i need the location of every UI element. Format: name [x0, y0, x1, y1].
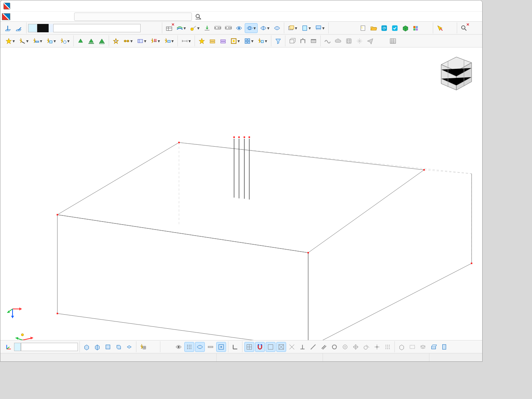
filter-button[interactable] [273, 36, 283, 46]
window-close-button[interactable] [465, 0, 482, 11]
tb2-overflow[interactable] [376, 36, 385, 46]
lc-color-swatch[interactable] [28, 24, 37, 32]
mdi-restore-button[interactable] [460, 12, 469, 22]
render-button[interactable] [309, 36, 318, 46]
window-maximize-button[interactable] [445, 0, 462, 11]
lc-prev-button[interactable] [141, 23, 150, 33]
lc-type-chip[interactable] [37, 24, 49, 32]
vis-eye-button[interactable] [174, 342, 184, 352]
ucs-corner-button[interactable] [230, 342, 240, 352]
check-cloud-button[interactable] [333, 36, 343, 46]
blocks-button[interactable]: ▾ [256, 36, 269, 46]
vis-surface-eye-button[interactable] [216, 342, 226, 352]
wireframe-button[interactable] [287, 36, 297, 46]
menu-view[interactable] [25, 15, 32, 18]
viewport-3d[interactable] [0, 48, 482, 340]
mdi-close-button[interactable] [471, 12, 480, 22]
dice-button[interactable] [344, 36, 354, 46]
cs-global-button[interactable] [4, 342, 14, 352]
result-deform-button[interactable]: ▾ [175, 23, 188, 33]
menu-insert[interactable] [32, 15, 39, 18]
snap-diamond-button[interactable] [351, 342, 361, 352]
nodes-set-button[interactable] [197, 36, 207, 46]
frame-button[interactable]: ▾ [229, 36, 242, 46]
mesh-new-button[interactable] [138, 342, 148, 352]
color-swatches-button[interactable] [411, 23, 421, 33]
delete-results-button[interactable]: ✕ [164, 23, 174, 33]
menu-overflow-button[interactable] [66, 16, 73, 18]
view-front-button[interactable] [103, 342, 113, 352]
snap-tangent-button[interactable] [361, 342, 371, 352]
new-line-button[interactable]: ▾ [17, 36, 30, 46]
guide-extrude-button[interactable] [429, 342, 439, 352]
guide-cube-button[interactable] [397, 342, 407, 352]
tb1-overflow-3[interactable] [470, 23, 479, 33]
dimension-button[interactable]: ▾ [180, 36, 193, 46]
package-button[interactable] [401, 23, 410, 33]
snap-quadrant-button[interactable] [372, 342, 382, 352]
tb1-overflow-2[interactable] [446, 23, 455, 33]
menu-tools[interactable] [60, 15, 66, 18]
tb2-table-overflow[interactable] [399, 36, 408, 46]
eye-grid-button[interactable]: ▾ [245, 23, 258, 33]
vis-eye-grid2-button[interactable] [195, 342, 205, 352]
load-dist-button[interactable]: ▾ [314, 23, 326, 33]
hinge-node-button[interactable] [111, 36, 121, 46]
work-plane-xz-button[interactable] [14, 23, 24, 33]
snap-parallel-button[interactable] [319, 342, 329, 352]
menu-assign[interactable] [39, 15, 46, 18]
cs-combo[interactable] [21, 343, 78, 351]
line-support-button[interactable] [86, 36, 96, 46]
load-surface-button[interactable]: ▾ [163, 36, 176, 46]
search-input[interactable] [74, 13, 192, 21]
view-iso-1-button[interactable] [82, 342, 92, 352]
sparkle-button[interactable] [355, 36, 364, 46]
snap-cross-button[interactable] [287, 342, 297, 352]
snap-magnet-button[interactable] [255, 342, 265, 352]
eye-values-button[interactable] [234, 23, 244, 33]
search-go-button[interactable] [193, 12, 203, 22]
cloud-cyan-button[interactable] [390, 23, 400, 33]
view-iso-2-button[interactable] [92, 342, 102, 352]
surface-support-button[interactable] [97, 36, 107, 46]
grid-button[interactable]: ▾ [242, 36, 255, 46]
cs-color-swatch[interactable] [14, 343, 21, 351]
cloud-blue-button[interactable]: ⟳ [379, 23, 389, 33]
navigation-cube[interactable] [434, 51, 475, 93]
vis-sections-button[interactable] [206, 342, 215, 352]
lc-name-combo[interactable] [53, 24, 141, 32]
load-arrows-button[interactable]: ▾ [149, 36, 162, 46]
snap-line-button[interactable] [308, 342, 318, 352]
new-model-button[interactable] [358, 23, 368, 33]
xxx-label-2-button[interactable]: x.xx [223, 23, 233, 33]
zoom-extents-button[interactable]: ✕ [459, 23, 469, 33]
view-side-button[interactable] [114, 342, 124, 352]
xxx-label-1-button[interactable]: x.xx [213, 23, 223, 33]
stiffness-button[interactable]: ▾ [135, 36, 148, 46]
lc-code-chip[interactable] [49, 24, 53, 32]
menubar-app-icon[interactable] [2, 13, 10, 20]
result-force-n-button[interactable]: ▾ [188, 23, 201, 33]
member-set-b-button[interactable] [218, 36, 228, 46]
select-polygon-button[interactable] [435, 23, 445, 33]
new-surface-button[interactable]: ▾ [45, 36, 58, 46]
menu-calculate[interactable] [46, 15, 53, 18]
new-member-button[interactable]: ▾ [31, 36, 44, 46]
snap-end-button[interactable] [266, 342, 276, 352]
support-reaction-button[interactable] [202, 23, 212, 33]
eye-scale-button[interactable]: ▾ [258, 23, 271, 33]
open-button[interactable] [369, 23, 378, 33]
model-canvas[interactable] [0, 48, 482, 340]
mdi-minimize-button[interactable] [448, 12, 458, 22]
menu-file[interactable] [12, 15, 19, 18]
new-node-button[interactable]: ▾ [4, 36, 17, 46]
snap-circle-button[interactable] [329, 342, 339, 352]
guide-rect-button[interactable] [407, 342, 417, 352]
vis-grid-dots-button[interactable] [184, 342, 194, 352]
tb1-overflow-1[interactable] [422, 23, 431, 33]
eye-split-button[interactable] [272, 23, 282, 33]
mesh-overflow[interactable] [149, 342, 158, 352]
lc-next-button[interactable] [151, 23, 160, 33]
view-top-button[interactable] [124, 342, 134, 352]
snap-intersect-button[interactable] [276, 342, 286, 352]
